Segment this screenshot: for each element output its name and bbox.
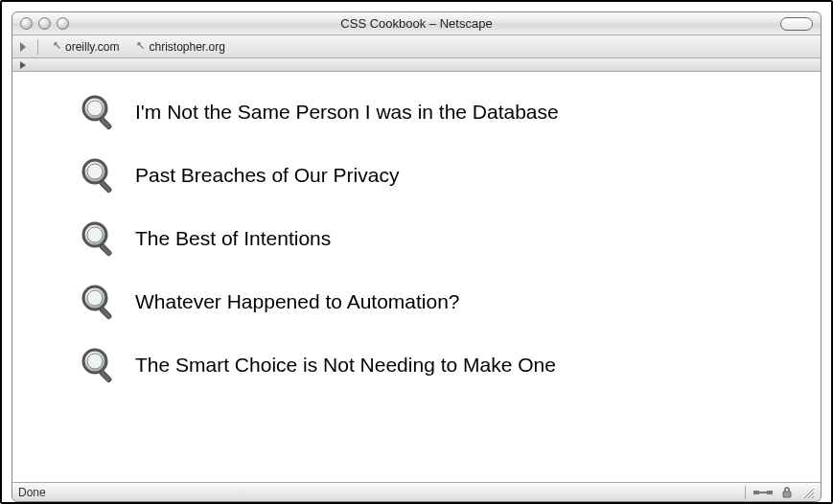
svg-point-4 bbox=[87, 164, 103, 179]
svg-rect-8 bbox=[99, 243, 111, 256]
bookmark-icon: ↖ bbox=[53, 39, 61, 52]
status-divider bbox=[745, 486, 746, 499]
magnifier-icon bbox=[80, 156, 118, 195]
svg-rect-5 bbox=[99, 180, 111, 193]
close-button[interactable] bbox=[20, 17, 33, 30]
svg-rect-14 bbox=[99, 370, 111, 382]
bullet-list: I'm Not the Same Person I was in the Dat… bbox=[80, 93, 801, 384]
status-text: Done bbox=[18, 486, 46, 499]
svg-line-21 bbox=[812, 496, 814, 498]
magnifier-icon bbox=[80, 283, 118, 321]
toolbar-grip-icon[interactable] bbox=[20, 42, 26, 52]
bookmark-item-oreilly[interactable]: ↖ oreilly.com bbox=[46, 37, 126, 57]
resize-grip-icon[interactable] bbox=[801, 486, 815, 499]
list-item-text: Whatever Happened to Automation? bbox=[135, 290, 460, 313]
bookmark-label: christopher.org bbox=[149, 40, 224, 54]
traffic-lights bbox=[20, 17, 69, 30]
triangle-right-icon bbox=[20, 61, 26, 69]
zoom-button[interactable] bbox=[57, 17, 69, 30]
svg-rect-2 bbox=[99, 117, 111, 129]
bookmarks-toolbar: ↖ oreilly.com ↖ christopher.org bbox=[12, 35, 821, 58]
minimize-button[interactable] bbox=[38, 17, 51, 30]
svg-point-7 bbox=[87, 227, 103, 242]
outer-frame: CSS Cookbook – Netscape ↖ oreilly.com ↖ … bbox=[0, 0, 833, 504]
list-item-text: I'm Not the Same Person I was in the Dat… bbox=[135, 101, 559, 124]
svg-rect-16 bbox=[767, 491, 773, 494]
svg-point-13 bbox=[87, 354, 103, 369]
svg-point-1 bbox=[87, 101, 103, 116]
status-bar: Done bbox=[12, 482, 821, 501]
list-item: The Smart Choice is Not Needing to Make … bbox=[80, 346, 801, 384]
list-item-text: The Best of Intentions bbox=[135, 227, 331, 250]
titlebar[interactable]: CSS Cookbook – Netscape bbox=[12, 12, 821, 35]
magnifier-icon bbox=[80, 93, 118, 131]
list-item-text: Past Breaches of Our Privacy bbox=[135, 164, 399, 187]
list-item-text: The Smart Choice is Not Needing to Make … bbox=[135, 354, 556, 377]
toolbar-toggle-button[interactable] bbox=[780, 17, 813, 31]
window-title: CSS Cookbook – Netscape bbox=[12, 16, 821, 31]
svg-rect-11 bbox=[99, 307, 111, 319]
list-item: Whatever Happened to Automation? bbox=[80, 283, 801, 321]
svg-rect-18 bbox=[783, 492, 791, 497]
browser-window: CSS Cookbook – Netscape ↖ oreilly.com ↖ … bbox=[12, 11, 821, 502]
bookmark-item-christopher[interactable]: ↖ christopher.org bbox=[129, 37, 231, 57]
online-status-icon[interactable] bbox=[753, 487, 773, 498]
security-lock-icon[interactable] bbox=[780, 486, 794, 499]
tab-strip-toggle[interactable] bbox=[12, 58, 821, 72]
magnifier-icon bbox=[80, 346, 118, 384]
toolbar-separator bbox=[37, 39, 38, 55]
list-item: I'm Not the Same Person I was in the Dat… bbox=[80, 93, 801, 131]
magnifier-icon bbox=[80, 219, 118, 258]
list-item: The Best of Intentions bbox=[80, 219, 801, 258]
list-item: Past Breaches of Our Privacy bbox=[80, 156, 801, 195]
svg-rect-15 bbox=[753, 491, 759, 494]
svg-point-10 bbox=[87, 290, 103, 306]
page-content: I'm Not the Same Person I was in the Dat… bbox=[12, 72, 821, 482]
bookmark-icon: ↖ bbox=[136, 39, 145, 52]
bookmark-label: oreilly.com bbox=[65, 40, 119, 54]
